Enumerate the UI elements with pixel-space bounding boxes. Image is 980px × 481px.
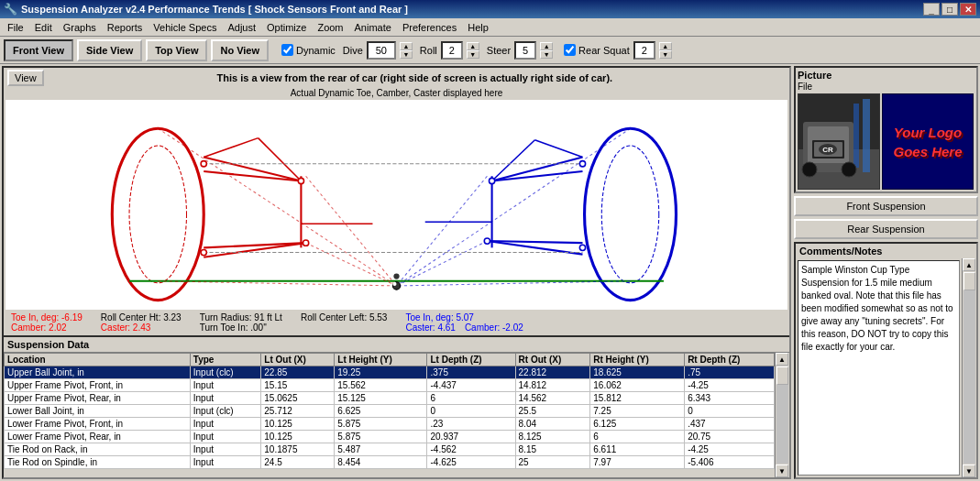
- roll-center-ht: Roll Center Ht: 3.23: [101, 312, 182, 322]
- svg-rect-46: [853, 104, 859, 168]
- picture-file-label: File: [798, 82, 974, 92]
- table-scrollbar[interactable]: ▲ ▼: [775, 353, 789, 477]
- svg-point-33: [392, 282, 396, 286]
- front-suspension-button[interactable]: Front Suspension: [794, 196, 978, 216]
- svg-text:CR: CR: [822, 146, 833, 154]
- svg-point-37: [201, 161, 206, 167]
- tab-top-view[interactable]: Top View: [146, 39, 207, 61]
- rear-squat-checkbox-label: Rear Squat: [564, 44, 630, 56]
- camber-right: Camber: -2.02: [465, 322, 523, 333]
- rear-squat-checkbox[interactable]: [564, 44, 576, 56]
- view-subtitle: Actual Dynamic Toe, Camber, Caster displ…: [4, 88, 789, 100]
- table-row[interactable]: Upper Ball Joint, inInput (clc)22.8519.2…: [5, 366, 775, 379]
- tab-no-view[interactable]: No View: [211, 39, 269, 61]
- close-button[interactable]: ✕: [960, 3, 976, 16]
- menu-graphs[interactable]: Graphs: [58, 20, 102, 35]
- comments-text[interactable]: Sample Winston Cup Type Suspension for 1…: [798, 260, 960, 476]
- suspension-data-section: Suspension Data LocationTypeLt Out (X)Lt…: [4, 335, 789, 477]
- menu-edit[interactable]: Edit: [29, 20, 58, 35]
- svg-point-34: [393, 273, 399, 279]
- table-row[interactable]: Upper Frame Pivot, Rear, inInput15.06251…: [5, 392, 775, 405]
- car-photo: CR: [798, 93, 880, 190]
- rear-suspension-button[interactable]: Rear Suspension: [794, 219, 978, 239]
- menu-adjust[interactable]: Adjust: [222, 20, 261, 35]
- dive-down[interactable]: ▼: [400, 50, 413, 59]
- camber-left: Camber: 2.02: [11, 322, 83, 333]
- dive-up[interactable]: ▲: [400, 42, 413, 50]
- tab-front-view[interactable]: Front View: [4, 39, 73, 61]
- roll-up[interactable]: ▲: [467, 42, 479, 50]
- turn-toe: Turn Toe In: .00'': [200, 322, 282, 333]
- svg-point-36: [303, 240, 308, 246]
- menu-zoom[interactable]: Zoom: [312, 20, 348, 35]
- comments-thumb[interactable]: [963, 272, 975, 290]
- comments-section: Comments/Notes Sample Winston Cup Type S…: [794, 242, 978, 479]
- view-button[interactable]: View: [7, 70, 44, 86]
- toe-in-right: Toe In, deg: 5.07: [405, 312, 523, 322]
- scroll-up-arrow[interactable]: ▲: [776, 353, 788, 366]
- steer-up[interactable]: ▲: [540, 42, 553, 50]
- dynamic-checkbox[interactable]: [281, 44, 293, 56]
- picture-section: Picture File: [794, 66, 978, 193]
- app-title: Suspension Analyzer v2.4 Performance Tre…: [21, 4, 923, 15]
- svg-rect-45: [863, 99, 870, 172]
- scroll-thumb[interactable]: [776, 366, 788, 385]
- table-row[interactable]: Lower Ball Joint, inInput (clc)25.7126.6…: [5, 405, 775, 418]
- pic-and-logo: CR Your Logo Goes Here: [798, 93, 974, 190]
- svg-point-38: [201, 249, 206, 255]
- table-row[interactable]: Lower Frame Pivot, Front, inInput10.1255…: [5, 418, 775, 431]
- scroll-down-arrow[interactable]: ▼: [776, 465, 788, 477]
- comments-scrollbar[interactable]: ▲ ▼: [962, 258, 976, 477]
- data-table-wrapper[interactable]: LocationTypeLt Out (X)Lt Height (Y)Lt De…: [4, 353, 775, 477]
- steer-down[interactable]: ▼: [540, 50, 553, 59]
- menu-reports[interactable]: Reports: [102, 20, 149, 35]
- dive-input[interactable]: [367, 41, 396, 60]
- roll-down[interactable]: ▼: [467, 50, 479, 59]
- comments-scroll-up[interactable]: ▲: [963, 258, 975, 271]
- dynamic-label: Dynamic: [296, 45, 336, 56]
- svg-point-42: [579, 245, 585, 250]
- main-content: View This is a view from the rear of car…: [0, 64, 980, 481]
- menu-optimize[interactable]: Optimize: [261, 20, 312, 35]
- menu-bar: File Edit Graphs Reports Vehicle Specs A…: [0, 18, 980, 37]
- comments-header: Comments/Notes: [796, 244, 976, 258]
- view-title: This is a view from the rear of car (rig…: [44, 72, 786, 83]
- menu-vehicle-specs[interactable]: Vehicle Specs: [148, 20, 222, 35]
- suspension-table: LocationTypeLt Out (X)Lt Height (Y)Lt De…: [4, 353, 775, 469]
- svg-point-35: [298, 178, 303, 183]
- minimize-button[interactable]: _: [923, 3, 940, 16]
- rear-squat-up[interactable]: ▲: [659, 42, 672, 50]
- roll-input[interactable]: [441, 41, 463, 60]
- menu-file[interactable]: File: [2, 20, 29, 35]
- menu-preferences[interactable]: Preferences: [397, 20, 462, 35]
- logo-text: Your Logo Goes Here: [893, 123, 962, 161]
- toe-in-left: Toe In, deg: -6.19: [11, 312, 83, 322]
- comments-track: [963, 272, 975, 464]
- rear-squat-label: Rear Squat: [578, 45, 630, 56]
- roll-center-left: Roll Center Left: 5.53: [301, 312, 388, 322]
- rear-squat-down[interactable]: ▼: [659, 50, 672, 59]
- right-column: Picture File: [792, 64, 980, 481]
- table-row[interactable]: Tie Rod on Spindle, inInput24.58.454-4.6…: [5, 456, 775, 469]
- table-row[interactable]: Lower Frame Pivot, Rear, inInput10.1255.…: [5, 431, 775, 443]
- svg-point-41: [579, 161, 585, 167]
- steer-input[interactable]: [514, 41, 536, 60]
- table-row[interactable]: Upper Frame Pivot, Front, inInput15.1515…: [5, 379, 775, 392]
- title-bar: 🔧 Suspension Analyzer v2.4 Performance T…: [0, 0, 980, 18]
- table-row[interactable]: Tie Rod on Rack, inInput10.18755.487-4.5…: [5, 443, 775, 456]
- picture-label: Picture: [798, 70, 974, 81]
- caster-right: Caster: 4.61: [405, 322, 455, 333]
- menu-help[interactable]: Help: [462, 20, 494, 35]
- scroll-track: [776, 366, 788, 464]
- maximize-button[interactable]: □: [941, 3, 958, 16]
- rear-squat-input[interactable]: [633, 41, 655, 60]
- data-section-header: Suspension Data: [4, 337, 789, 353]
- suspension-diagram: [6, 100, 787, 310]
- turn-radius: Turn Radius: 91 ft Lt: [200, 312, 282, 322]
- toolbar: Front View Side View Top View No View Dy…: [0, 37, 980, 64]
- svg-point-39: [489, 178, 494, 183]
- svg-point-53: [802, 162, 817, 177]
- menu-animate[interactable]: Animate: [349, 20, 397, 35]
- comments-scroll-down[interactable]: ▼: [963, 465, 975, 477]
- tab-side-view[interactable]: Side View: [77, 39, 142, 61]
